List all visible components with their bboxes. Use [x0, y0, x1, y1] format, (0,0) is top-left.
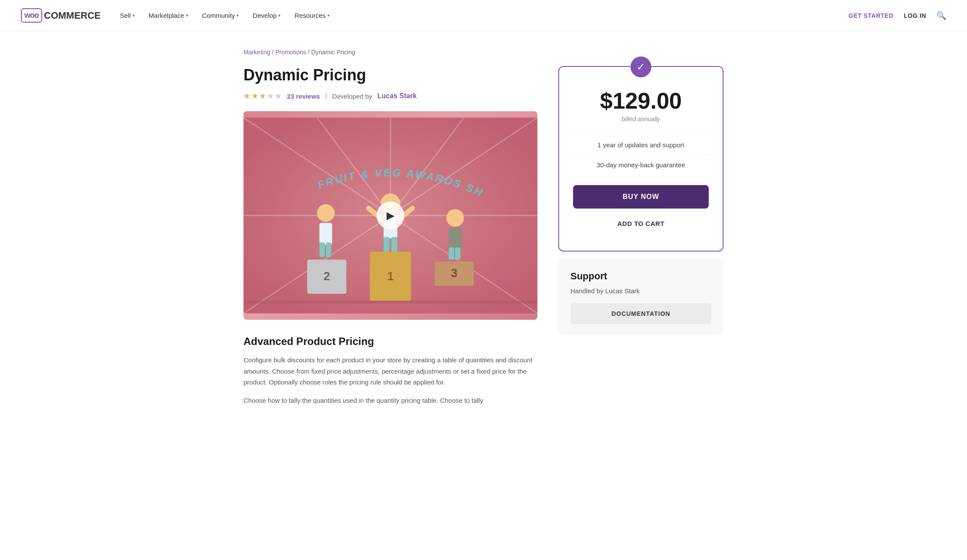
support-card: Support Handled by Lucas Stark DOCUMENTA…	[558, 258, 724, 335]
section-title: Advanced Product Pricing	[243, 335, 537, 348]
reviews-link[interactable]: 23 reviews	[287, 93, 320, 100]
svg-rect-27	[449, 247, 454, 259]
nav-label-resources: Resources	[294, 12, 326, 19]
product-meta: ★ ★ ★ ★ ★ 23 reviews | Developed by Luca…	[243, 91, 537, 101]
svg-text:3: 3	[451, 267, 457, 280]
nav-label-marketplace: Marketplace	[149, 12, 184, 19]
svg-text:1: 1	[387, 270, 393, 283]
video-illustration: FRUIT & VEG AWARDS SHOW	[243, 111, 537, 320]
nav-label-sell: Sell	[120, 12, 131, 19]
nav-item-develop[interactable]: Develop ▾	[247, 8, 286, 23]
play-button[interactable]: ▶	[377, 202, 404, 229]
svg-point-11	[317, 204, 335, 222]
breadcrumb: Marketing / Promotions / Dynamic Pricing	[243, 49, 724, 56]
price-display: $129.00	[573, 88, 709, 114]
breadcrumb-current: Dynamic Pricing	[311, 49, 355, 56]
login-button[interactable]: LOG IN	[904, 12, 926, 19]
main-nav: woo COMMERCE Sell ▾ Marketplace ▾ Commun…	[0, 0, 967, 31]
star-1: ★	[243, 91, 250, 101]
star-5: ★	[275, 91, 282, 101]
feature-updates: 1 year of updates and support	[573, 135, 709, 155]
meta-separator: |	[325, 92, 327, 100]
logo-commerce: COMMERCE	[44, 10, 101, 21]
product-title: Dynamic Pricing	[243, 66, 537, 84]
developer-link[interactable]: Lucas Stark	[377, 92, 417, 100]
check-icon: ✓	[637, 61, 645, 73]
breadcrumb-promotions[interactable]: Promotions	[275, 49, 306, 56]
description-1: Configure bulk discounts for each produc…	[243, 355, 537, 388]
search-icon[interactable]: 🔍	[937, 11, 946, 20]
content-grid: Dynamic Pricing ★ ★ ★ ★ ★ 23 reviews | D…	[243, 66, 724, 413]
logo[interactable]: woo COMMERCE	[21, 8, 101, 23]
product-video[interactable]: FRUIT & VEG AWARDS SHOW	[243, 111, 537, 320]
chevron-down-icon: ▾	[133, 13, 135, 18]
nav-item-marketplace[interactable]: Marketplace ▾	[143, 8, 193, 23]
nav-items: Sell ▾ Marketplace ▾ Community ▾ Develop…	[115, 8, 335, 23]
chevron-down-icon: ▾	[186, 13, 188, 18]
check-badge: ✓	[630, 56, 651, 77]
svg-rect-28	[455, 247, 460, 259]
svg-rect-12	[320, 223, 332, 245]
support-title: Support	[570, 271, 711, 282]
svg-point-25	[446, 209, 464, 227]
chevron-down-icon: ▾	[278, 13, 280, 18]
svg-text:2: 2	[323, 270, 330, 283]
description-2: Choose how to tally the quantities used …	[243, 395, 537, 406]
svg-rect-22	[391, 237, 397, 252]
star-3: ★	[259, 91, 266, 101]
page-container: Marketing / Promotions / Dynamic Pricing…	[223, 31, 744, 430]
nav-left: woo COMMERCE Sell ▾ Marketplace ▾ Commun…	[21, 8, 335, 23]
nav-label-develop: Develop	[253, 12, 277, 19]
nav-right: GET STARTED LOG IN 🔍	[849, 11, 946, 20]
star-4: ★	[267, 91, 274, 101]
billed-text: billed annually	[573, 116, 709, 123]
star-2: ★	[251, 91, 258, 101]
breadcrumb-sep1: /	[272, 49, 275, 56]
logo-box: woo	[21, 8, 42, 23]
pricing-card: ✓ $129.00 billed annually 1 year of upda…	[558, 66, 724, 252]
chevron-down-icon: ▾	[237, 13, 239, 18]
get-started-button[interactable]: GET STARTED	[849, 12, 894, 19]
svg-rect-26	[449, 228, 461, 250]
svg-rect-14	[326, 242, 331, 257]
svg-rect-21	[383, 237, 390, 252]
breadcrumb-sep2: /	[308, 49, 311, 56]
buy-now-button[interactable]: BUY NOW	[573, 185, 709, 209]
add-to-cart-button[interactable]: ADD TO CART	[573, 214, 709, 233]
svg-rect-31	[243, 301, 537, 304]
right-column: ✓ $129.00 billed annually 1 year of upda…	[558, 66, 724, 335]
breadcrumb-marketing[interactable]: Marketing	[243, 49, 270, 56]
star-rating: ★ ★ ★ ★ ★	[243, 91, 282, 101]
nav-item-sell[interactable]: Sell ▾	[115, 8, 140, 23]
svg-rect-13	[320, 242, 325, 257]
documentation-button[interactable]: DOCUMENTATION	[570, 303, 711, 324]
nav-label-community: Community	[202, 12, 235, 19]
feature-guarantee: 30-day money-back guarantee	[573, 155, 709, 175]
developed-by-text: Developed by	[332, 93, 372, 100]
nav-item-community[interactable]: Community ▾	[197, 8, 244, 23]
support-handler: Handled by Lucas Stark	[570, 287, 711, 295]
product-details: Dynamic Pricing ★ ★ ★ ★ ★ 23 reviews | D…	[243, 66, 537, 413]
nav-item-resources[interactable]: Resources ▾	[289, 8, 335, 23]
chevron-down-icon: ▾	[327, 13, 330, 18]
